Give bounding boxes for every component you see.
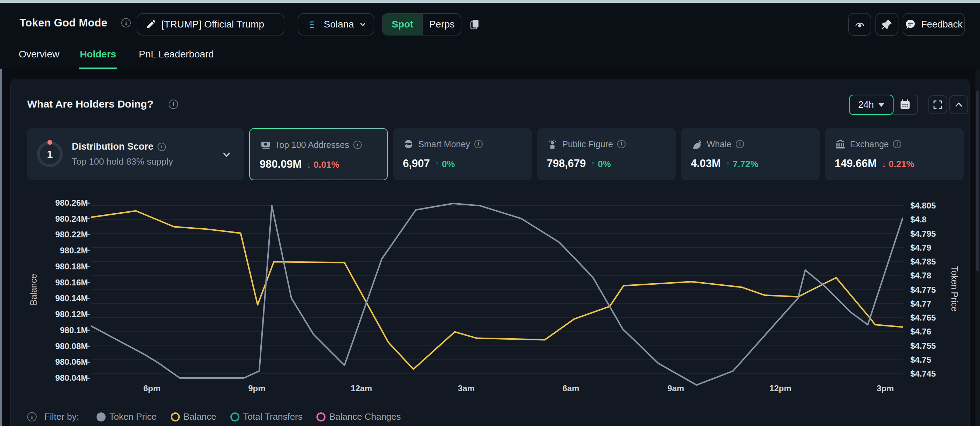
chevron-up-icon [953,100,964,110]
filter-info-icon[interactable]: i [27,412,37,421]
left-axis-tick: 980.26M [45,198,88,208]
card-delta: ↓ 0.21% [882,159,915,169]
left-axis-tick: 980.14M [45,293,88,304]
timeframe-dropdown[interactable]: 24h [849,95,894,115]
left-axis-tick: 980.22M [45,230,88,240]
panel-title-info-icon[interactable]: i [169,100,178,109]
stat-card-top-100-addresses[interactable]: Top 100 Addressesi980.09M↓ 0.01% [249,128,388,180]
info-icon[interactable]: i [617,140,625,148]
fullscreen-button[interactable] [928,95,947,114]
panel-title: What Are Holders Doing? [27,98,153,110]
filter-label: Filter by: [44,412,79,422]
tab-label: PnL Leaderboard [139,49,214,60]
left-axis-tick: 980.18M [45,261,88,272]
distribution-score-card[interactable]: 1Distribution ScoreiTop 100 hold 83% sup… [27,128,244,180]
filter-option-label: Token Price [110,412,157,422]
info-icon[interactable]: i [353,141,362,149]
series-token-price [91,204,903,385]
left-scrollbar[interactable] [0,43,2,426]
chevron-down-icon[interactable] [221,149,232,160]
filter-radio-selected[interactable] [171,412,180,421]
caret-down-icon [878,103,885,107]
filter-option-balance-changes[interactable]: Balance Changes [317,412,401,422]
filter-radio-ring[interactable] [231,412,239,421]
right-axis-tick: $4.765 [910,312,936,323]
copy-icon[interactable] [468,18,481,31]
collapse-button[interactable] [949,95,968,114]
card-title: Exchange [850,139,889,149]
card-value: 149.66M [835,157,877,170]
title-info-icon[interactable]: i [121,18,131,27]
tab-label: Overview [19,49,60,60]
smart-money-icon [403,139,414,150]
right-axis-tick: $4.775 [910,285,936,295]
card-delta: ↑ 0% [435,159,455,169]
card-delta: ↑ 0% [591,159,611,169]
pin-button[interactable] [875,13,899,36]
chain-selector[interactable]: Solana [298,13,374,35]
filter-option-total-transfers[interactable]: Total Transfers [231,412,303,422]
chevron-down-icon [359,20,367,29]
tab-pnl-leaderboard[interactable]: PnL Leaderboard [135,39,218,69]
left-axis-tickmark [87,362,90,363]
filter-radio-filled[interactable] [97,412,106,421]
fullscreen-icon [932,100,943,110]
left-axis-tick: 980.2M [45,245,88,256]
left-axis-tickmark [87,314,90,315]
tab-holders[interactable]: Holders [79,39,117,69]
stat-card-whale[interactable]: Whalei4.03M↑ 7.72% [681,128,820,180]
right-scrollbar-thumb[interactable] [976,90,979,271]
left-axis-tickmark [87,378,90,378]
stat-card-public-figure[interactable]: Public Figurei798,679↑ 0% [537,128,676,180]
stat-card-exchange[interactable]: Exchangei149.66M↓ 0.21% [825,128,964,180]
holders-chart[interactable] [91,198,903,381]
right-axis-tick: $4.78 [910,271,931,281]
chain-label: Solana [324,19,354,30]
card-value: 4.03M [691,157,721,170]
left-axis-tickmark [87,266,90,267]
eye-icon [853,18,866,31]
left-axis-tickmark [87,234,90,235]
timeframe-group: 24h [849,95,918,115]
score-dot [48,140,52,145]
left-axis-tickmark [87,298,90,299]
left-axis-tick: 980.16M [45,277,88,288]
left-axis-tickmark [87,218,90,219]
x-axis-tick-6pm: 6pm [143,383,160,393]
exchange-icon [835,139,846,150]
filter-option-label: Balance [184,412,216,422]
left-axis-tick: 980.06M [45,357,88,367]
filter-option-token-price[interactable]: Token Price [97,412,157,422]
watch-button[interactable] [848,13,871,36]
info-icon[interactable]: i [158,143,166,151]
x-axis-tick-9am: 9am [667,383,684,393]
filter-radio-ring[interactable] [317,412,326,421]
card-subtitle: Top 100 hold 83% supply [72,156,173,167]
right-axis-title: Token Price [949,266,959,312]
info-icon[interactable]: i [893,140,901,148]
card-delta: ↓ 0.01% [307,159,339,170]
chat-icon [905,19,916,30]
perps-tab[interactable]: Perps [422,14,461,35]
right-axis-tick: $4.79 [910,242,931,253]
filter-legend: i Filter by: Token PriceBalanceTotal Tra… [27,412,401,422]
right-axis-tick: $4.745 [910,369,936,379]
left-axis-tickmark [87,329,90,331]
filter-option-balance[interactable]: Balance [171,412,216,422]
stat-card-smart-money[interactable]: Smart Moneyi6,907↑ 0% [393,128,532,180]
calendar-button[interactable] [893,95,917,114]
info-icon[interactable]: i [474,140,483,148]
token-selector-button[interactable]: [TRUMP] Official Trump [137,13,285,35]
feedback-button[interactable]: Feedback [903,13,965,36]
solana-icon [305,17,319,32]
left-axis-tick: 980.08M [45,341,88,352]
filter-option-label: Balance Changes [329,412,401,422]
x-axis-tick-9pm: 9pm [248,383,265,393]
tab-overview[interactable]: Overview [16,39,62,69]
score-value: 1 [47,148,53,160]
card-title: Smart Money [418,139,470,149]
left-axis-tick: 980.1M [45,325,88,336]
spot-tab[interactable]: Spot [383,14,422,35]
card-value: 798,679 [547,157,586,170]
info-icon[interactable]: i [736,140,744,148]
